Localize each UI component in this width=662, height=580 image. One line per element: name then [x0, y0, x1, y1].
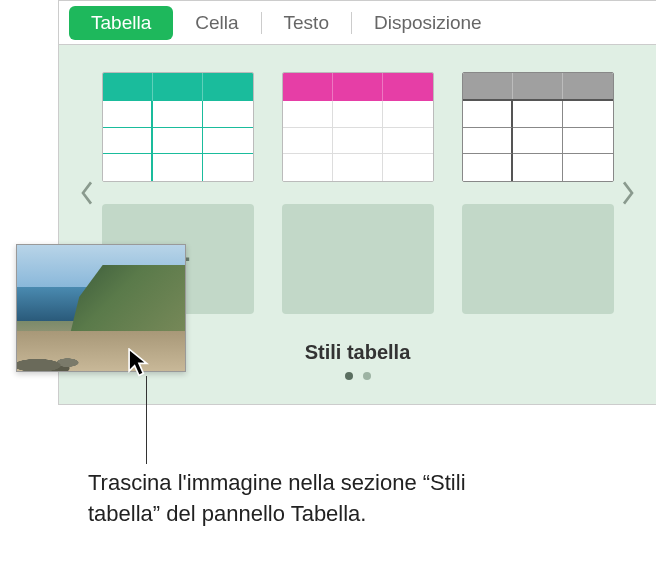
tab-testo[interactable]: Testo [262, 6, 351, 40]
chevron-left-icon[interactable] [73, 179, 101, 207]
tab-bar: Tabella Cella Testo Disposizione [59, 1, 656, 45]
chevron-right-icon[interactable] [614, 179, 642, 207]
table-style-pink[interactable] [282, 72, 434, 182]
tab-cella[interactable]: Cella [173, 6, 260, 40]
empty-style-slot[interactable] [282, 204, 434, 314]
page-indicator [59, 372, 656, 380]
empty-style-slot[interactable] [462, 204, 614, 314]
callout-text: Trascina l'immagine nella sezione “Stili… [88, 468, 508, 530]
table-style-gray[interactable] [462, 72, 614, 182]
dragged-thumbnail[interactable] [16, 244, 186, 372]
tab-tabella[interactable]: Tabella [69, 6, 173, 40]
page-dot[interactable] [345, 372, 353, 380]
page-dot[interactable] [363, 372, 371, 380]
table-style-teal[interactable] [102, 72, 254, 182]
callout-line [146, 376, 147, 464]
tab-disposizione[interactable]: Disposizione [352, 6, 504, 40]
